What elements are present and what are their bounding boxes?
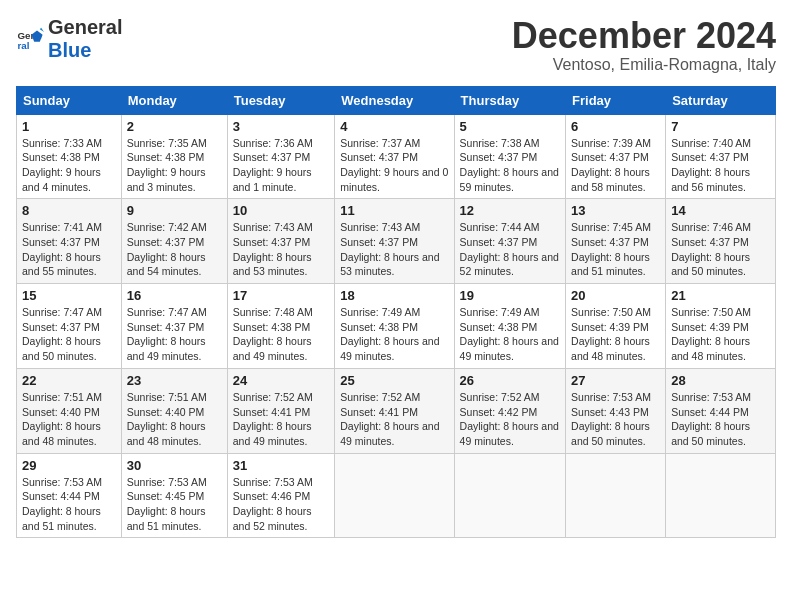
day-number: 20 (571, 288, 660, 303)
day-number: 22 (22, 373, 116, 388)
calendar-cell: 4 Sunrise: 7:37 AM Sunset: 4:37 PM Dayli… (335, 114, 454, 199)
calendar-cell: 1 Sunrise: 7:33 AM Sunset: 4:38 PM Dayli… (17, 114, 122, 199)
calendar-cell: 8 Sunrise: 7:41 AM Sunset: 4:37 PM Dayli… (17, 199, 122, 284)
day-info: Sunrise: 7:50 AM Sunset: 4:39 PM Dayligh… (571, 305, 660, 364)
day-number: 8 (22, 203, 116, 218)
calendar-cell: 3 Sunrise: 7:36 AM Sunset: 4:37 PM Dayli… (227, 114, 335, 199)
calendar-cell: 14 Sunrise: 7:46 AM Sunset: 4:37 PM Dayl… (666, 199, 776, 284)
day-number: 31 (233, 458, 330, 473)
day-info: Sunrise: 7:44 AM Sunset: 4:37 PM Dayligh… (460, 220, 560, 279)
calendar-cell: 28 Sunrise: 7:53 AM Sunset: 4:44 PM Dayl… (666, 368, 776, 453)
calendar-cell: 20 Sunrise: 7:50 AM Sunset: 4:39 PM Dayl… (566, 284, 666, 369)
day-info: Sunrise: 7:40 AM Sunset: 4:37 PM Dayligh… (671, 136, 770, 195)
day-number: 28 (671, 373, 770, 388)
calendar-week-3: 15 Sunrise: 7:47 AM Sunset: 4:37 PM Dayl… (17, 284, 776, 369)
calendar-cell: 24 Sunrise: 7:52 AM Sunset: 4:41 PM Dayl… (227, 368, 335, 453)
day-number: 1 (22, 119, 116, 134)
header: Gene ral General Blue December 2024 Vent… (16, 16, 776, 74)
day-number: 23 (127, 373, 222, 388)
calendar-cell (454, 453, 565, 538)
calendar-cell: 12 Sunrise: 7:44 AM Sunset: 4:37 PM Dayl… (454, 199, 565, 284)
calendar-cell: 7 Sunrise: 7:40 AM Sunset: 4:37 PM Dayli… (666, 114, 776, 199)
day-info: Sunrise: 7:50 AM Sunset: 4:39 PM Dayligh… (671, 305, 770, 364)
day-number: 16 (127, 288, 222, 303)
calendar-week-1: 1 Sunrise: 7:33 AM Sunset: 4:38 PM Dayli… (17, 114, 776, 199)
calendar-cell: 23 Sunrise: 7:51 AM Sunset: 4:40 PM Dayl… (121, 368, 227, 453)
day-info: Sunrise: 7:52 AM Sunset: 4:41 PM Dayligh… (233, 390, 330, 449)
day-number: 30 (127, 458, 222, 473)
column-header-sunday: Sunday (17, 86, 122, 114)
day-number: 14 (671, 203, 770, 218)
column-header-saturday: Saturday (666, 86, 776, 114)
day-number: 24 (233, 373, 330, 388)
calendar-header-row: SundayMondayTuesdayWednesdayThursdayFrid… (17, 86, 776, 114)
calendar-cell: 30 Sunrise: 7:53 AM Sunset: 4:45 PM Dayl… (121, 453, 227, 538)
calendar-cell: 9 Sunrise: 7:42 AM Sunset: 4:37 PM Dayli… (121, 199, 227, 284)
day-info: Sunrise: 7:42 AM Sunset: 4:37 PM Dayligh… (127, 220, 222, 279)
logo-wordmark: General Blue (48, 16, 122, 62)
calendar-week-4: 22 Sunrise: 7:51 AM Sunset: 4:40 PM Dayl… (17, 368, 776, 453)
calendar-cell: 13 Sunrise: 7:45 AM Sunset: 4:37 PM Dayl… (566, 199, 666, 284)
title-area: December 2024 Ventoso, Emilia-Romagna, I… (512, 16, 776, 74)
day-info: Sunrise: 7:53 AM Sunset: 4:44 PM Dayligh… (671, 390, 770, 449)
day-number: 21 (671, 288, 770, 303)
day-info: Sunrise: 7:38 AM Sunset: 4:37 PM Dayligh… (460, 136, 560, 195)
day-info: Sunrise: 7:45 AM Sunset: 4:37 PM Dayligh… (571, 220, 660, 279)
calendar-cell: 29 Sunrise: 7:53 AM Sunset: 4:44 PM Dayl… (17, 453, 122, 538)
day-info: Sunrise: 7:36 AM Sunset: 4:37 PM Dayligh… (233, 136, 330, 195)
day-info: Sunrise: 7:47 AM Sunset: 4:37 PM Dayligh… (127, 305, 222, 364)
day-number: 6 (571, 119, 660, 134)
day-info: Sunrise: 7:37 AM Sunset: 4:37 PM Dayligh… (340, 136, 448, 195)
day-info: Sunrise: 7:53 AM Sunset: 4:43 PM Dayligh… (571, 390, 660, 449)
calendar-table: SundayMondayTuesdayWednesdayThursdayFrid… (16, 86, 776, 539)
logo-general: General (48, 16, 122, 38)
day-info: Sunrise: 7:51 AM Sunset: 4:40 PM Dayligh… (127, 390, 222, 449)
day-number: 9 (127, 203, 222, 218)
day-number: 15 (22, 288, 116, 303)
calendar-cell: 16 Sunrise: 7:47 AM Sunset: 4:37 PM Dayl… (121, 284, 227, 369)
day-info: Sunrise: 7:39 AM Sunset: 4:37 PM Dayligh… (571, 136, 660, 195)
calendar-subtitle: Ventoso, Emilia-Romagna, Italy (512, 56, 776, 74)
calendar-cell: 27 Sunrise: 7:53 AM Sunset: 4:43 PM Dayl… (566, 368, 666, 453)
logo-icon: Gene ral (16, 25, 44, 53)
svg-text:ral: ral (17, 40, 29, 51)
day-number: 7 (671, 119, 770, 134)
day-info: Sunrise: 7:41 AM Sunset: 4:37 PM Dayligh… (22, 220, 116, 279)
calendar-cell: 2 Sunrise: 7:35 AM Sunset: 4:38 PM Dayli… (121, 114, 227, 199)
logo-blue: Blue (48, 39, 91, 61)
calendar-cell: 6 Sunrise: 7:39 AM Sunset: 4:37 PM Dayli… (566, 114, 666, 199)
column-header-thursday: Thursday (454, 86, 565, 114)
day-number: 19 (460, 288, 560, 303)
day-info: Sunrise: 7:33 AM Sunset: 4:38 PM Dayligh… (22, 136, 116, 195)
day-info: Sunrise: 7:51 AM Sunset: 4:40 PM Dayligh… (22, 390, 116, 449)
day-number: 29 (22, 458, 116, 473)
calendar-cell (335, 453, 454, 538)
calendar-week-2: 8 Sunrise: 7:41 AM Sunset: 4:37 PM Dayli… (17, 199, 776, 284)
day-number: 10 (233, 203, 330, 218)
day-number: 13 (571, 203, 660, 218)
calendar-title: December 2024 (512, 16, 776, 56)
day-info: Sunrise: 7:52 AM Sunset: 4:42 PM Dayligh… (460, 390, 560, 449)
column-header-tuesday: Tuesday (227, 86, 335, 114)
calendar-cell: 22 Sunrise: 7:51 AM Sunset: 4:40 PM Dayl… (17, 368, 122, 453)
calendar-cell: 25 Sunrise: 7:52 AM Sunset: 4:41 PM Dayl… (335, 368, 454, 453)
day-info: Sunrise: 7:35 AM Sunset: 4:38 PM Dayligh… (127, 136, 222, 195)
calendar-week-5: 29 Sunrise: 7:53 AM Sunset: 4:44 PM Dayl… (17, 453, 776, 538)
day-number: 18 (340, 288, 448, 303)
day-info: Sunrise: 7:48 AM Sunset: 4:38 PM Dayligh… (233, 305, 330, 364)
day-number: 25 (340, 373, 448, 388)
calendar-cell (566, 453, 666, 538)
day-info: Sunrise: 7:43 AM Sunset: 4:37 PM Dayligh… (233, 220, 330, 279)
day-info: Sunrise: 7:53 AM Sunset: 4:44 PM Dayligh… (22, 475, 116, 534)
day-info: Sunrise: 7:53 AM Sunset: 4:46 PM Dayligh… (233, 475, 330, 534)
day-info: Sunrise: 7:49 AM Sunset: 4:38 PM Dayligh… (340, 305, 448, 364)
day-number: 17 (233, 288, 330, 303)
day-number: 26 (460, 373, 560, 388)
day-number: 5 (460, 119, 560, 134)
calendar-cell: 5 Sunrise: 7:38 AM Sunset: 4:37 PM Dayli… (454, 114, 565, 199)
day-info: Sunrise: 7:53 AM Sunset: 4:45 PM Dayligh… (127, 475, 222, 534)
day-number: 12 (460, 203, 560, 218)
calendar-cell: 17 Sunrise: 7:48 AM Sunset: 4:38 PM Dayl… (227, 284, 335, 369)
calendar-cell: 19 Sunrise: 7:49 AM Sunset: 4:38 PM Dayl… (454, 284, 565, 369)
calendar-cell: 31 Sunrise: 7:53 AM Sunset: 4:46 PM Dayl… (227, 453, 335, 538)
